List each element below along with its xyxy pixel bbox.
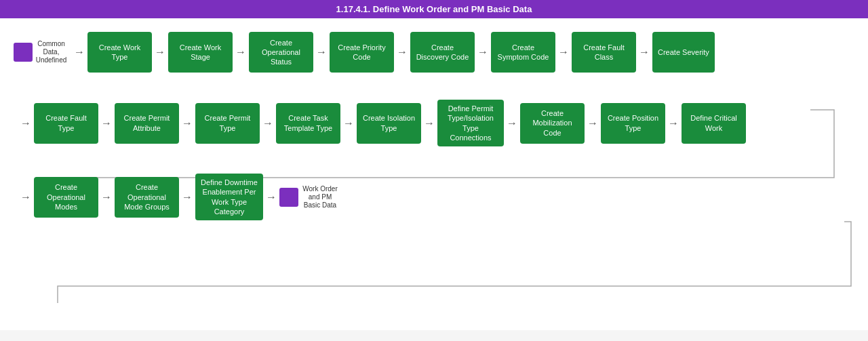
- arrow-start-r1: [71, 46, 87, 58]
- node-create-permit-type[interactable]: Create Permit Type: [195, 103, 260, 144]
- node-create-operational-status[interactable]: Create Operational Status: [249, 32, 313, 73]
- arrow-r2-4: [340, 117, 357, 129]
- node-create-operational-mode-groups[interactable]: Create Operational Mode Groups: [115, 177, 179, 218]
- start-node: [14, 43, 33, 62]
- arrow-r3-3: [263, 191, 279, 203]
- node-create-work-type[interactable]: Create Work Type: [87, 32, 152, 73]
- arrow-r3-2: [179, 191, 195, 203]
- node-create-operational-modes[interactable]: Create Operational Modes: [34, 177, 98, 218]
- arrow-r1-5: [475, 46, 491, 58]
- node-create-symptom-code[interactable]: Create Symptom Code: [491, 32, 555, 73]
- node-define-permit-isolation[interactable]: Define Permit Type/Isolation Type Connec…: [437, 100, 504, 146]
- arrow-r1-7: [636, 46, 652, 58]
- arrow-r1-4: [394, 46, 410, 58]
- arrow-r2-1: [98, 117, 115, 129]
- node-define-downtime-enablement[interactable]: Define Downtime Enablement Per Work Type…: [195, 174, 263, 220]
- node-create-position-type[interactable]: Create Position Type: [601, 103, 665, 144]
- end-label: Work Order and PM Basic Data: [300, 185, 340, 209]
- arrow-r2-7: [585, 117, 601, 129]
- row-2: Create Fault Type Create Permit Attribut…: [14, 100, 854, 146]
- arrow-r2-6: [504, 117, 520, 129]
- node-create-work-stage[interactable]: Create Work Stage: [168, 32, 233, 73]
- row-1: Common Data, Undefined Create Work Type …: [14, 32, 854, 73]
- node-create-priority-code[interactable]: Create Priority Code: [330, 32, 394, 73]
- end-node: [279, 188, 298, 207]
- arrow-r2-2: [179, 117, 195, 129]
- arrow-start-r3: [14, 191, 34, 203]
- node-create-fault-class[interactable]: Create Fault Class: [572, 32, 636, 73]
- node-create-discovery-code[interactable]: Create Discovery Code: [410, 32, 475, 73]
- page-title: 1.17.4.1. Define Work Order and PM Basic…: [0, 0, 868, 18]
- diagram-wrapper: Common Data, Undefined Create Work Type …: [14, 32, 854, 220]
- node-create-fault-type[interactable]: Create Fault Type: [34, 103, 98, 144]
- arrow-r1-6: [555, 46, 572, 58]
- arrow-r1-2: [233, 46, 249, 58]
- arrow-r1-1: [152, 46, 168, 58]
- node-define-critical-work[interactable]: Define Critical Work: [682, 103, 746, 144]
- node-create-isolation-type[interactable]: Create Isolation Type: [357, 103, 421, 144]
- arrow-r2-5: [421, 117, 437, 129]
- diagram-area: Common Data, Undefined Create Work Type …: [0, 18, 868, 330]
- title-text: 1.17.4.1. Define Work Order and PM Basic…: [336, 4, 532, 14]
- row-3: Create Operational Modes Create Operatio…: [14, 174, 854, 220]
- node-create-permit-attribute[interactable]: Create Permit Attribute: [115, 103, 179, 144]
- start-label: Common Data, Undefined: [33, 40, 70, 64]
- arrow-r2-8: [665, 117, 682, 129]
- arrow-r2-3: [260, 117, 276, 129]
- node-create-task-template-type[interactable]: Create Task Template Type: [276, 103, 340, 144]
- arrow-start-r2: [14, 117, 34, 129]
- arrow-r3-1: [98, 191, 115, 203]
- arrow-r1-3: [313, 46, 330, 58]
- node-create-mobilization-code[interactable]: Create Mobilization Code: [520, 103, 585, 144]
- node-create-severity[interactable]: Create Severity: [652, 32, 715, 73]
